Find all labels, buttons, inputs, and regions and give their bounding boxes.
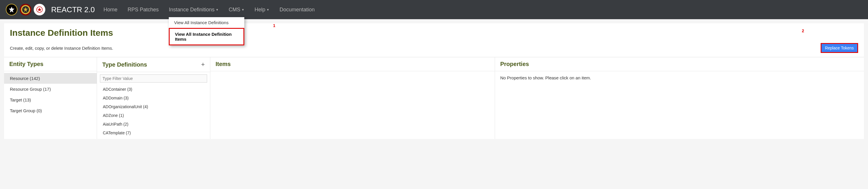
type-filter-input[interactable] bbox=[100, 75, 207, 83]
svg-marker-0 bbox=[9, 7, 14, 12]
entity-types-title: Entity Types bbox=[9, 61, 43, 68]
page-header: Instance Definition Items bbox=[4, 23, 864, 43]
items-panel: Items bbox=[210, 57, 495, 139]
type-definitions-title: Type Definitions bbox=[102, 61, 147, 68]
type-definitions-header: Type Definitions + bbox=[97, 57, 210, 72]
svg-marker-1 bbox=[23, 7, 28, 12]
entity-item-resource-group[interactable]: Resource Group (17) bbox=[4, 84, 97, 94]
properties-panel: Properties No Properties to show. Please… bbox=[495, 57, 864, 139]
panels: Entity Types Resource (142) Resource Gro… bbox=[4, 57, 864, 139]
typedef-item[interactable]: CATemplate (7) bbox=[97, 129, 210, 137]
page-subtitle: Create, edit, copy, or delete Instance D… bbox=[10, 46, 113, 51]
nav-cms[interactable]: CMS ▼ bbox=[228, 7, 244, 13]
star-logo-1-icon bbox=[20, 4, 31, 16]
nav-help-label: Help bbox=[254, 7, 265, 13]
typedef-item[interactable]: ADZone (1) bbox=[97, 111, 210, 120]
items-title: Items bbox=[216, 61, 231, 68]
type-definitions-list: ADContainer (3) ADDomain (3) ADOrganizat… bbox=[97, 85, 210, 139]
nav-rps-patches[interactable]: RPS Patches bbox=[127, 7, 159, 13]
entity-item-target-group[interactable]: Target Group (0) bbox=[4, 105, 97, 116]
instance-definitions-dropdown: View All Instance Definitions View All I… bbox=[169, 17, 244, 45]
typedef-item[interactable]: ADContainer (3) bbox=[97, 85, 210, 93]
army-logo-icon bbox=[6, 4, 18, 16]
nav-home[interactable]: Home bbox=[103, 7, 117, 13]
dropdown-view-all-definition-items[interactable]: View All Instance Definition Items bbox=[169, 28, 244, 45]
dropdown-view-all-definitions[interactable]: View All Instance Definitions bbox=[169, 17, 244, 28]
app-title: REACTR 2.0 bbox=[51, 5, 95, 14]
properties-empty-message: No Properties to show. Please click on a… bbox=[495, 71, 864, 84]
typedef-item[interactable]: AiaUriPath (2) bbox=[97, 120, 210, 129]
logo-group bbox=[6, 4, 45, 16]
entity-item-target[interactable]: Target (13) bbox=[4, 94, 97, 105]
content: Instance Definition Items Create, edit, … bbox=[4, 23, 864, 139]
items-header: Items bbox=[210, 57, 495, 71]
caret-down-icon: ▼ bbox=[216, 8, 218, 11]
replace-tokens-button[interactable]: Replace Tokens bbox=[820, 43, 858, 53]
nav-instance-definitions-label: Instance Definitions bbox=[169, 7, 214, 13]
entity-item-resource[interactable]: Resource (142) bbox=[4, 73, 97, 84]
properties-header: Properties bbox=[495, 57, 864, 71]
caret-down-icon: ▼ bbox=[267, 8, 269, 11]
page-header-row: Create, edit, copy, or delete Instance D… bbox=[4, 43, 864, 57]
type-definitions-panel: Type Definitions + ADContainer (3) ADDom… bbox=[97, 57, 210, 139]
typedef-item[interactable]: ADOrganizationalUnit (4) bbox=[97, 102, 210, 111]
annotation-2: 2 bbox=[802, 28, 804, 33]
add-type-definition-button[interactable]: + bbox=[201, 61, 205, 68]
entity-types-header: Entity Types bbox=[4, 57, 97, 71]
nav-cms-label: CMS bbox=[228, 7, 240, 13]
caret-down-icon: ▼ bbox=[241, 8, 244, 11]
annotation-1: 1 bbox=[273, 23, 275, 28]
nav-documentation[interactable]: Documentation bbox=[279, 7, 315, 13]
star-logo-2-icon bbox=[34, 4, 45, 16]
nav-items: Home RPS Patches Instance Definitions ▼ … bbox=[103, 7, 315, 13]
entity-types-list: Resource (142) Resource Group (17) Targe… bbox=[4, 71, 97, 118]
entity-types-panel: Entity Types Resource (142) Resource Gro… bbox=[4, 57, 97, 139]
page-title: Instance Definition Items bbox=[10, 28, 858, 38]
nav-instance-definitions[interactable]: Instance Definitions ▼ View All Instance… bbox=[169, 7, 218, 13]
properties-title: Properties bbox=[500, 61, 529, 68]
nav-help[interactable]: Help ▼ bbox=[254, 7, 269, 13]
navbar: REACTR 2.0 Home RPS Patches Instance Def… bbox=[0, 0, 868, 19]
typedef-item[interactable]: ADDomain (3) bbox=[97, 93, 210, 102]
svg-marker-3 bbox=[37, 7, 41, 11]
